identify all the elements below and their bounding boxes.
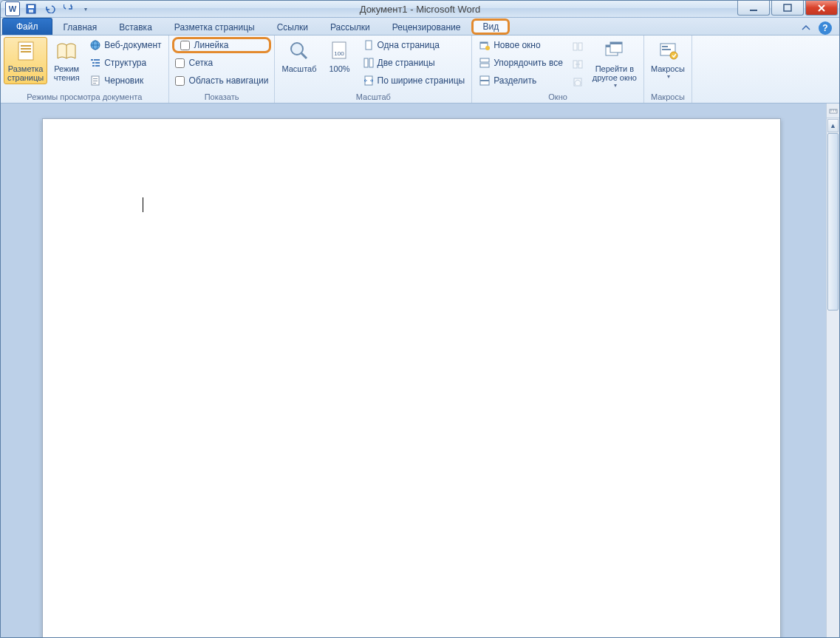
svg-rect-48 <box>662 46 668 47</box>
svg-rect-21 <box>93 81 98 81</box>
group-macros: Макросы Макросы <box>644 35 692 103</box>
scroll-track[interactable] <box>827 133 839 638</box>
ribbon-help-area: ? <box>799 21 839 35</box>
svg-rect-15 <box>92 62 95 64</box>
reset-position-button[interactable] <box>568 74 587 90</box>
document-page[interactable] <box>42 118 781 638</box>
group-document-views: Разметкастраницы Режимчтения Веб-докумен… <box>1 35 169 103</box>
gridlines-checkbox[interactable]: Сетка <box>172 55 272 71</box>
arrange-all-icon <box>479 57 491 69</box>
sync-scroll-icon <box>572 58 584 70</box>
redo-button[interactable] <box>61 1 78 17</box>
tab-mailings[interactable]: Рассылки <box>319 19 381 35</box>
tab-insert[interactable]: Вставка <box>108 19 163 35</box>
svg-rect-1 <box>28 5 34 8</box>
document-viewport[interactable] <box>1 103 826 638</box>
window-controls <box>737 1 839 17</box>
two-pages-icon <box>363 57 375 69</box>
reading-label-1: Режим <box>54 64 79 73</box>
new-window-button[interactable]: Новое окно <box>475 37 567 53</box>
one-page-button[interactable]: Одна страница <box>359 37 469 53</box>
svg-rect-3 <box>750 10 757 11</box>
maximize-button[interactable] <box>771 1 804 16</box>
arrange-all-button[interactable]: Упорядочить все <box>475 55 567 71</box>
titlebar: W ▾ Документ1 - Microsoft Word <box>1 1 839 18</box>
tab-references[interactable]: Ссылки <box>266 19 319 35</box>
undo-button[interactable] <box>42 1 58 17</box>
svg-rect-16 <box>95 62 100 64</box>
switch-windows-button[interactable]: Перейти вдругое окно <box>589 37 641 91</box>
text-cursor <box>143 197 143 212</box>
svg-point-50 <box>670 52 677 59</box>
svg-rect-13 <box>91 59 93 61</box>
svg-rect-6 <box>21 45 31 47</box>
scroll-up-button[interactable]: ▲ <box>827 119 839 132</box>
page-width-button[interactable]: По ширине страницы <box>359 72 469 89</box>
nav-pane-checkbox-input[interactable] <box>175 76 185 86</box>
tab-page-layout[interactable]: Разметка страницы <box>163 19 266 35</box>
gridlines-checkbox-input[interactable] <box>175 58 185 68</box>
switch-label-2: другое окно <box>593 73 637 82</box>
macros-icon <box>656 39 680 63</box>
svg-rect-46 <box>610 42 622 44</box>
scroll-thumb[interactable] <box>827 133 839 310</box>
split-button[interactable]: Разделить <box>475 72 567 89</box>
nav-pane-label: Область навигации <box>189 75 269 86</box>
draft-button[interactable]: Черновик <box>86 72 165 89</box>
two-pages-button[interactable]: Две страницы <box>359 55 469 71</box>
group-window-label: Окно <box>475 91 641 103</box>
svg-rect-34 <box>480 58 489 62</box>
split-label: Разделить <box>494 75 536 86</box>
sync-scroll-button[interactable] <box>568 56 587 72</box>
web-layout-icon <box>89 39 101 51</box>
print-layout-label-1: Разметка <box>8 64 44 73</box>
zoom-button[interactable]: Масштаб <box>278 37 320 75</box>
tab-file[interactable]: Файл <box>2 18 52 35</box>
zoom-100-button[interactable]: 100 100% <box>322 37 358 75</box>
outline-button[interactable]: Структура <box>86 55 165 71</box>
svg-rect-7 <box>21 48 31 50</box>
side-by-side-icon <box>572 41 584 52</box>
tab-home[interactable]: Главная <box>52 19 109 35</box>
macros-button[interactable]: Макросы <box>647 37 689 82</box>
qat-customize-button[interactable]: ▾ <box>81 1 91 17</box>
close-button[interactable] <box>805 1 838 16</box>
save-button[interactable] <box>23 1 39 17</box>
tab-view[interactable]: Вид <box>471 18 510 35</box>
svg-rect-28 <box>364 58 368 67</box>
svg-rect-32 <box>480 42 488 44</box>
page-width-label: По ширине страницы <box>378 75 465 86</box>
minimize-button[interactable] <box>737 1 770 16</box>
ruler-checkbox-input[interactable] <box>180 41 190 50</box>
arrange-all-label: Упорядочить все <box>494 58 563 68</box>
ruler-checkbox[interactable]: Линейка <box>172 37 272 53</box>
gridlines-label: Сетка <box>189 58 214 68</box>
ruler-toggle-button[interactable] <box>827 103 839 118</box>
nav-pane-checkbox[interactable]: Область навигации <box>172 72 272 89</box>
print-layout-button[interactable]: Разметкастраницы <box>4 37 47 84</box>
ruler-label: Линейка <box>194 40 229 50</box>
svg-point-23 <box>291 43 303 55</box>
group-show-label: Показать <box>172 91 272 103</box>
ribbon-minimize-button[interactable] <box>799 21 813 35</box>
svg-text:100: 100 <box>334 50 344 57</box>
side-by-side-button[interactable] <box>568 38 587 55</box>
macros-label: Макросы <box>651 64 685 73</box>
web-layout-button[interactable]: Веб-документ <box>86 37 165 53</box>
svg-rect-22 <box>93 83 96 84</box>
window-title: Документ1 - Microsoft Word <box>1 4 839 15</box>
tab-review[interactable]: Рецензирование <box>381 19 472 35</box>
group-macros-label: Макросы <box>647 91 689 103</box>
help-button[interactable]: ? <box>819 21 832 35</box>
svg-rect-29 <box>369 58 373 67</box>
reset-position-icon <box>572 76 584 88</box>
ribbon: Разметкастраницы Режимчтения Веб-докумен… <box>1 35 839 103</box>
ribbon-tabs: Файл Главная Вставка Разметка страницы С… <box>1 18 839 35</box>
draft-label: Черновик <box>104 75 143 86</box>
svg-rect-14 <box>94 59 100 61</box>
reading-layout-button[interactable]: Режимчтения <box>49 37 84 84</box>
word-app-icon[interactable]: W <box>5 1 20 16</box>
one-page-icon <box>363 39 375 51</box>
svg-rect-35 <box>480 64 489 67</box>
outline-label: Структура <box>104 58 146 68</box>
